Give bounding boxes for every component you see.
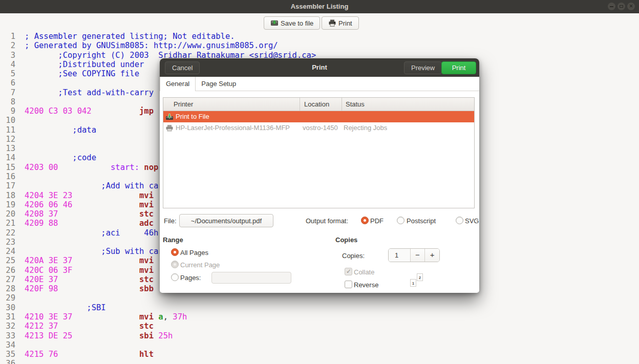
window-title: Assembler Listing	[0, 3, 639, 10]
column-divider	[342, 98, 342, 111]
line-number: 36	[0, 359, 15, 364]
line-number: 34	[0, 340, 15, 350]
line-number: 25	[0, 256, 15, 265]
radio-postscript[interactable]	[397, 217, 404, 224]
print-icon	[328, 19, 336, 27]
radio-pdf-label[interactable]: PDF	[370, 217, 384, 225]
copies-increment-button[interactable]: +	[424, 249, 439, 262]
column-header-status[interactable]: Status	[346, 100, 365, 108]
radio-all-pages[interactable]	[171, 248, 179, 256]
collate-page-2: 2	[417, 273, 423, 281]
line-content: ;Test add-with-carry	[25, 88, 154, 97]
radio-postscript-label[interactable]: Postscript	[407, 217, 436, 225]
print-toolbar-button[interactable]: Print	[322, 16, 359, 30]
line-number: 35	[0, 350, 15, 359]
line-number: 8	[0, 97, 15, 106]
window-controls: ✕	[608, 3, 635, 10]
collate-label: Collate	[354, 268, 374, 276]
line-number: 6	[0, 78, 15, 88]
tab-page-setup[interactable]: Page Setup	[196, 77, 242, 91]
code-line: 334213 DE 25 sbi 25h	[0, 331, 639, 340]
radio-all-pages-label[interactable]: All Pages	[180, 249, 208, 256]
line-content: ;Sub with carry	[25, 247, 173, 256]
file-button[interactable]: ~/Documents/output.pdf	[179, 214, 273, 227]
window-titlebar: Assembler Listing ✕	[0, 0, 639, 13]
line-number: 32	[0, 322, 15, 331]
column-header-location[interactable]: Location	[304, 100, 329, 108]
copies-value[interactable]: 1	[389, 249, 410, 262]
radio-current-page-label: Current Page	[180, 261, 220, 269]
line-number: 12	[0, 135, 15, 144]
cancel-button[interactable]: Cancel	[165, 61, 200, 74]
line-number: 14	[0, 153, 15, 162]
line-number: 27	[0, 275, 15, 284]
radio-svg-label[interactable]: SVG	[465, 217, 479, 225]
minimize-icon	[610, 6, 613, 7]
line-number: 13	[0, 144, 15, 153]
file-label: File:	[164, 217, 177, 225]
printer-list-header: Printer Location Status	[163, 98, 474, 111]
minimize-button[interactable]	[608, 3, 615, 10]
copies-decrement-button[interactable]: −	[410, 249, 425, 262]
print-to-file-icon	[165, 113, 174, 121]
line-content: 4210 3E 37 mvi a, 37h	[25, 312, 187, 322]
save-to-file-label: Save to file	[281, 19, 313, 27]
save-to-file-button[interactable]: Save to file	[264, 16, 320, 30]
maximize-button[interactable]	[617, 3, 625, 10]
pages-input[interactable]	[211, 272, 291, 284]
line-number: 30	[0, 303, 15, 312]
print-button[interactable]: Print	[441, 61, 476, 74]
radio-pages[interactable]	[171, 273, 179, 281]
line-content: 4213 DE 25 sbi 25h	[25, 331, 173, 340]
line-content: ;Distributed under	[25, 60, 144, 69]
column-divider	[300, 98, 300, 111]
radio-svg[interactable]	[456, 217, 463, 224]
reverse-label[interactable]: Reverse	[354, 281, 378, 289]
line-content: 420F 98 sbb	[25, 284, 154, 293]
line-number: 15	[0, 163, 15, 172]
close-button[interactable]: ✕	[627, 3, 635, 10]
code-line: 314210 3E 37 mvi a, 37h	[0, 312, 639, 322]
code-line: 2; Generated by GNUSim8085: http://www.g…	[0, 41, 639, 50]
line-content: ;data	[25, 125, 96, 135]
line-number: 19	[0, 200, 15, 209]
line-content: ;See COPYING file	[25, 69, 139, 78]
line-content: 4215 76 hlt	[25, 350, 154, 359]
reverse-checkbox[interactable]	[345, 281, 352, 288]
printer-row-print-to-file[interactable]: Print to File	[163, 111, 474, 122]
line-content: ;aci 46h	[25, 228, 158, 238]
line-content: ; Generated by GNUSim8085: http://www.gn…	[25, 41, 278, 50]
line-number: 18	[0, 191, 15, 200]
line-number: 3	[0, 51, 15, 60]
line-content: ; Assembler generated listing; Not edita…	[25, 32, 235, 41]
code-line: 324212 37 stc	[0, 322, 639, 331]
preview-button[interactable]: Preview	[404, 61, 442, 74]
line-content: ;SBI	[25, 303, 106, 312]
line-number: 7	[0, 88, 15, 97]
line-number: 24	[0, 247, 15, 256]
collate-checkbox	[345, 268, 352, 275]
line-number: 9	[0, 106, 15, 116]
line-number: 33	[0, 331, 15, 340]
radio-pages-label[interactable]: Pages:	[180, 274, 201, 282]
code-line: 34	[0, 340, 639, 350]
code-line: 30 ;SBI	[0, 303, 639, 312]
dialog-titlebar: Print Cancel Preview Print	[160, 58, 479, 77]
radio-pdf[interactable]	[361, 217, 369, 224]
tab-general[interactable]: General	[160, 77, 196, 91]
copies-label: Copies:	[342, 252, 365, 260]
line-content: ;Add with carry	[25, 181, 173, 190]
maximize-icon	[620, 5, 623, 8]
line-number: 10	[0, 116, 15, 125]
line-number: 4	[0, 60, 15, 69]
printer-icon	[165, 124, 174, 132]
code-line: 1; Assembler generated listing; Not edit…	[0, 32, 639, 41]
printer-row-hp-laserjet[interactable]: HP-LaserJet-Professional-M1136-MFP vostr…	[163, 122, 474, 134]
copies-heading: Copies	[335, 236, 357, 244]
column-header-printer[interactable]: Printer	[174, 100, 193, 108]
line-number: 17	[0, 181, 15, 190]
printer-list: Printer Location Status Print to File HP…	[163, 97, 475, 208]
dialog-tabs: GeneralPage Setup	[160, 77, 479, 91]
line-number: 5	[0, 69, 15, 78]
line-content: 4209 88 adc	[25, 219, 154, 228]
